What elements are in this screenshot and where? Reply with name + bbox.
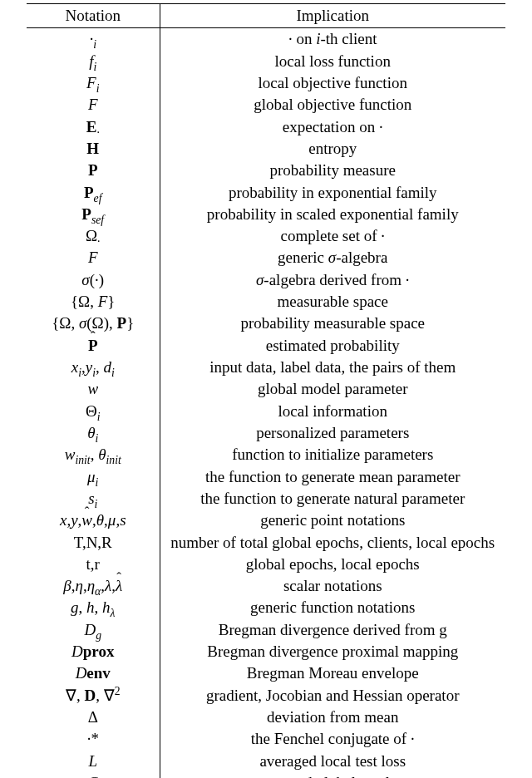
implication-cell: local objective function bbox=[160, 72, 505, 94]
implication-cell: the function to generate natural paramet… bbox=[160, 488, 505, 510]
notation-cell: Pef bbox=[27, 182, 160, 204]
table-row: Laveraged local test loss bbox=[27, 751, 505, 772]
implication-cell: probability in exponential family bbox=[160, 182, 505, 204]
table-row: Ω·complete set of · bbox=[27, 225, 505, 247]
table-row: ·*the Fenchel conjugate of · bbox=[27, 728, 505, 750]
implication-cell: Bregman divergence derived from g bbox=[160, 619, 505, 641]
table-row: x,y,w,θ,μ,sgeneric point notations bbox=[27, 510, 505, 531]
notation-cell: H bbox=[27, 138, 160, 160]
notation-cell: si bbox=[27, 488, 160, 510]
notation-cell: {Ω, F} bbox=[27, 291, 160, 313]
implication-cell: local information bbox=[160, 401, 505, 422]
implication-cell: global objective function bbox=[160, 94, 505, 116]
implication-cell: entropy bbox=[160, 138, 505, 160]
table-row: g, h, hλgeneric function notations bbox=[27, 597, 505, 618]
notation-cell: G bbox=[27, 772, 160, 778]
notation-cell: P bbox=[27, 160, 160, 181]
table-row: filocal loss function bbox=[27, 51, 505, 72]
implication-cell: averaged global test loss bbox=[160, 772, 505, 778]
table-row: {Ω, F}measurable space bbox=[27, 291, 505, 313]
implication-cell: generic point notations bbox=[160, 510, 505, 531]
notation-cell: θi bbox=[27, 422, 160, 444]
table-row: {Ω, σ(Ω), P}probability measurable space bbox=[27, 313, 505, 334]
notation-cell: Fi bbox=[27, 72, 160, 94]
table-row: Δdeviation from mean bbox=[27, 707, 505, 728]
header-notation: Notation bbox=[27, 4, 160, 28]
table-row: xi,yi, diinput data, label data, the pai… bbox=[27, 357, 505, 378]
implication-cell: deviation from mean bbox=[160, 707, 505, 728]
table-row: Filocal objective function bbox=[27, 72, 505, 94]
implication-cell: gradient, Jocobian and Hessian operator bbox=[160, 685, 505, 707]
implication-cell: Bregman divergence proximal mapping bbox=[160, 641, 505, 662]
table-row: Pestimated probability bbox=[27, 335, 505, 357]
table-row: Θilocal information bbox=[27, 401, 505, 422]
table-row: sithe function to generate natural param… bbox=[27, 488, 505, 510]
implication-cell: complete set of · bbox=[160, 225, 505, 247]
notation-cell: β,η,ηα,λ,λ bbox=[27, 575, 160, 597]
notation-cell: F bbox=[27, 247, 160, 268]
notation-cell: ·i bbox=[27, 28, 160, 51]
implication-cell: global epochs, local epochs bbox=[160, 554, 505, 575]
table-row: DenvBregman Moreau envelope bbox=[27, 662, 505, 684]
notation-cell: Dprox bbox=[27, 641, 160, 662]
implication-cell: probability in scaled exponential family bbox=[160, 204, 505, 225]
implication-cell: personalized parameters bbox=[160, 422, 505, 444]
implication-cell: number of total global epochs, clients, … bbox=[160, 532, 505, 554]
table-header-row: Notation Implication bbox=[27, 4, 505, 28]
notation-cell: Denv bbox=[27, 662, 160, 684]
notation-cell: Θi bbox=[27, 401, 160, 422]
table-row: Pprobability measure bbox=[27, 160, 505, 181]
table-row: Gaveraged global test loss bbox=[27, 772, 505, 778]
notation-cell: g, h, hλ bbox=[27, 597, 160, 618]
notation-cell: E· bbox=[27, 116, 160, 138]
table-row: β,η,ηα,λ,λscalar notations bbox=[27, 575, 505, 597]
notation-table: Notation Implication ·i· on i-th clientf… bbox=[27, 3, 505, 778]
implication-cell: global model parameter bbox=[160, 378, 505, 400]
implication-cell: scalar notations bbox=[160, 575, 505, 597]
implication-cell: the function to generate mean parameter bbox=[160, 466, 505, 488]
implication-cell: probability measure bbox=[160, 160, 505, 181]
table-row: winit, θinitfunction to initialize param… bbox=[27, 444, 505, 465]
table-row: μithe function to generate mean paramete… bbox=[27, 466, 505, 488]
implication-cell: Bregman Moreau envelope bbox=[160, 662, 505, 684]
implication-cell: the Fenchel conjugate of · bbox=[160, 728, 505, 750]
table-row: ·i· on i-th client bbox=[27, 28, 505, 51]
implication-cell: generic σ-algebra bbox=[160, 247, 505, 268]
table-row: T,N,Rnumber of total global epochs, clie… bbox=[27, 532, 505, 554]
table-row: E·expectation on · bbox=[27, 116, 505, 138]
notation-cell: L bbox=[27, 751, 160, 772]
implication-cell: measurable space bbox=[160, 291, 505, 313]
notation-cell: fi bbox=[27, 51, 160, 72]
notation-cell: Dg bbox=[27, 619, 160, 641]
notation-cell: winit, θinit bbox=[27, 444, 160, 465]
implication-cell: σ-algebra derived from · bbox=[160, 269, 505, 291]
table-row: Pefprobability in exponential family bbox=[27, 182, 505, 204]
notation-cell: xi,yi, di bbox=[27, 357, 160, 378]
notation-cell: Δ bbox=[27, 707, 160, 728]
notation-cell: T,N,R bbox=[27, 532, 160, 554]
notation-cell: ∇, D, ∇2 bbox=[27, 685, 160, 707]
table-row: DproxBregman divergence proximal mapping bbox=[27, 641, 505, 662]
table-row: Psefprobability in scaled exponential fa… bbox=[27, 204, 505, 225]
table-row: wglobal model parameter bbox=[27, 378, 505, 400]
table-row: Hentropy bbox=[27, 138, 505, 160]
table-row: Fgeneric σ-algebra bbox=[27, 247, 505, 268]
table-row: t,rglobal epochs, local epochs bbox=[27, 554, 505, 575]
implication-cell: averaged local test loss bbox=[160, 751, 505, 772]
implication-cell: input data, label data, the pairs of the… bbox=[160, 357, 505, 378]
table-row: DgBregman divergence derived from g bbox=[27, 619, 505, 641]
implication-cell: function to initialize parameters bbox=[160, 444, 505, 465]
notation-cell: σ(·) bbox=[27, 269, 160, 291]
notation-cell: Psef bbox=[27, 204, 160, 225]
notation-cell: Ω· bbox=[27, 225, 160, 247]
implication-cell: local loss function bbox=[160, 51, 505, 72]
table-row: ∇, D, ∇2gradient, Jocobian and Hessian o… bbox=[27, 685, 505, 707]
implication-cell: estimated probability bbox=[160, 335, 505, 357]
notation-cell: F bbox=[27, 94, 160, 116]
implication-cell: · on i-th client bbox=[160, 28, 505, 51]
notation-cell: P bbox=[27, 335, 160, 357]
table-row: θipersonalized parameters bbox=[27, 422, 505, 444]
notation-cell: ·* bbox=[27, 728, 160, 750]
notation-cell: μi bbox=[27, 466, 160, 488]
table-row: σ(·)σ-algebra derived from · bbox=[27, 269, 505, 291]
